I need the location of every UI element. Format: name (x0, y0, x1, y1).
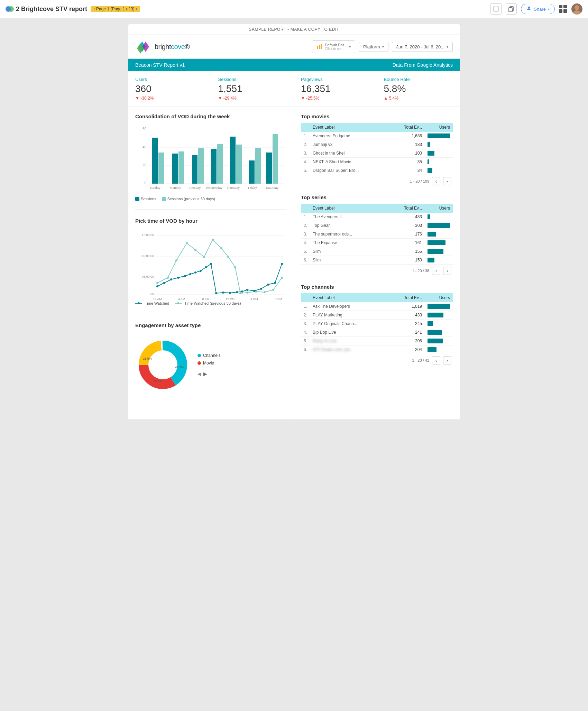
svg-point-4 (575, 5, 579, 10)
users-bar (428, 249, 443, 254)
svg-rect-32 (266, 153, 272, 184)
event-label: Slim (310, 256, 385, 265)
users-bar (428, 240, 445, 245)
svg-text:40: 40 (143, 145, 147, 149)
metric-users: Users 360 ▼ -30.2% (128, 71, 211, 106)
default-data-button[interactable]: Default Dat... Click to se... ▾ (312, 40, 355, 53)
engagement-chart-section: Engagement by asset type 23.5% 41.2% 33.… (135, 322, 287, 404)
next-play-btn[interactable]: ▶ (203, 371, 207, 377)
movies-prev-btn[interactable]: ‹ (432, 177, 440, 185)
table-row: 3. The superhero: ods... 176 (301, 230, 453, 239)
total-events: 241 (385, 328, 425, 337)
metric-users-value: 360 (135, 83, 204, 94)
svg-rect-28 (230, 137, 236, 184)
total-events: 204 (385, 345, 425, 354)
legend-sessions-prev: Sessions (previous 30 days) (162, 197, 215, 201)
svg-point-50 (167, 277, 169, 279)
top-series-title: Top series (301, 194, 453, 200)
movies-next-btn[interactable]: › (443, 177, 451, 185)
svg-rect-21 (158, 153, 164, 184)
svg-text:Thursday: Thursday (227, 186, 240, 190)
svg-rect-31 (255, 148, 261, 184)
series-next-btn[interactable]: › (443, 267, 451, 275)
total-events: 100 (385, 149, 425, 158)
user-avatar[interactable] (571, 3, 582, 15)
total-events: 1,019 (385, 302, 425, 311)
section-header: Beacon STV Report v1 Data From Google An… (128, 59, 460, 71)
time-chart-section: Pick time of VOD by hour 15:00:00 10:00:… (135, 218, 287, 314)
svg-point-52 (186, 242, 188, 244)
svg-rect-22 (172, 154, 178, 184)
table-row: 4. The Expanse 161 (301, 239, 453, 247)
users-bar (428, 133, 450, 138)
share-button[interactable]: Share ▾ (521, 4, 555, 14)
time-line-chart: 15:00:00 10:00:00 05:00:00 00 (135, 229, 287, 298)
apps-grid-button[interactable] (559, 5, 567, 13)
donut-play-controls: ◀ ▶ (197, 371, 221, 377)
sample-banner: SAMPLE REPORT - MAKE A COPY TO EDIT (128, 24, 460, 35)
col-users-channels: Users (425, 293, 453, 302)
series-page-info: 1 - 20 / 38 (412, 269, 429, 273)
users-bar (428, 168, 432, 173)
row-num: 4. (301, 158, 310, 166)
channels-next-btn[interactable]: › (443, 356, 451, 364)
vod-chart-title: Consolidation of VOD during the week (135, 113, 287, 119)
users-bar (428, 330, 442, 335)
svg-text:0: 0 (144, 181, 146, 185)
date-range-button[interactable]: Jun 7, 2020 - Jul 6, 20... ▾ (392, 42, 453, 52)
top-channels-section: Top channels Event Label Total Ev... Use… (301, 284, 453, 367)
metric-users-label: Users (135, 77, 204, 82)
table-row: 5. Dragon Ball Super: Bro... 34 (301, 166, 453, 175)
row-num: 3. (301, 320, 310, 328)
vod-chart-section: Consolidation of VOD during the week 60 … (135, 113, 287, 210)
platform-button[interactable]: Platform ▾ (359, 42, 388, 52)
share-label: Share (534, 7, 546, 12)
svg-point-71 (194, 271, 196, 274)
svg-text:12 PM: 12 PM (226, 297, 235, 301)
svg-point-5 (573, 10, 581, 15)
row-num: 5. (301, 247, 310, 256)
svg-point-63 (272, 289, 274, 291)
channels-prev-btn[interactable]: ‹ (432, 356, 440, 364)
svg-text:10:00:00: 10:00:00 (142, 254, 154, 258)
total-events: 150 (385, 256, 425, 265)
svg-rect-20 (152, 138, 158, 184)
date-range-label: Jun 7, 2020 - Jul 6, 20... (396, 44, 444, 49)
metrics-row: Users 360 ▼ -30.2% Sessions 1,551 ▼ -29.… (128, 71, 460, 107)
movies-page-info: 1 - 20 / 109 (410, 179, 429, 183)
users-bar (428, 258, 434, 262)
metric-bounce-value: 5.8% (384, 83, 453, 94)
platform-caret: ▾ (382, 45, 384, 49)
total-events: 34 (385, 166, 425, 175)
table-row: 4. Bip Bop Live 241 (301, 328, 453, 337)
users-bar (428, 232, 436, 237)
donut-chart-container: 23.5% 41.2% 33.9% Channels Movie (135, 334, 287, 396)
users-bar (428, 159, 429, 164)
donut-svg: 23.5% 41.2% 33.9% (135, 337, 191, 393)
top-movies-title: Top movies (301, 113, 453, 119)
table-row: 4. NEXT: A Short Movie... 35 (301, 158, 453, 166)
metric-users-change: ▼ -30.2% (135, 96, 204, 101)
copy-button[interactable] (506, 3, 517, 15)
event-label: NEXT: A Short Movie... (310, 158, 385, 166)
prev-play-btn[interactable]: ◀ (197, 371, 201, 377)
total-events: 183 (385, 140, 425, 149)
users-bar-cell (425, 337, 453, 345)
top-series-table: Event Label Total Ev... Users 1. The Ave… (301, 204, 453, 265)
series-prev-btn[interactable]: ‹ (432, 267, 440, 275)
svg-text:05:00:00: 05:00:00 (142, 275, 154, 278)
next-page-arrow[interactable]: › (136, 7, 137, 11)
default-data-caret: ▾ (349, 45, 351, 49)
total-events: 483 (385, 213, 425, 221)
users-bar-cell (425, 140, 453, 149)
svg-point-81 (253, 290, 255, 292)
svg-text:8 AM: 8 AM (202, 297, 210, 301)
svg-text:23.5%: 23.5% (143, 357, 152, 360)
total-events: 206 (385, 337, 425, 345)
fullscreen-button[interactable] (490, 3, 502, 15)
prev-page-arrow[interactable]: ‹ (93, 7, 95, 11)
svg-point-56 (220, 247, 222, 249)
page-badge[interactable]: ‹ Page 1 (Page 1 of 3) › (91, 6, 140, 12)
users-bar-cell (425, 158, 453, 166)
total-events: 176 (385, 230, 425, 239)
